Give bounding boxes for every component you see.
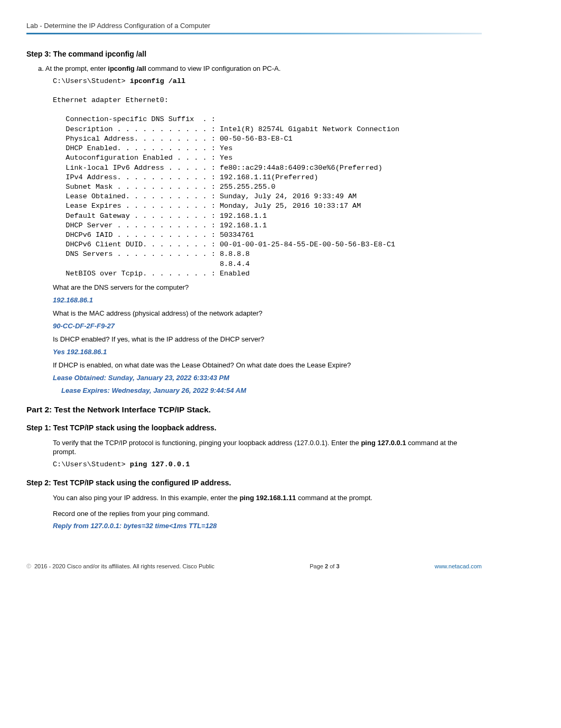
footer-link[interactable]: www.netacad.com — [435, 563, 482, 570]
p2-step2-body2: Record one of the replies from your ping… — [53, 509, 482, 519]
cmd-prompt: C:\Users\Student> — [53, 77, 130, 85]
p2s1-bold: ping 127.0.0.1 — [361, 439, 406, 447]
step3-item-a: a. At the prompt, enter ipconfig /all co… — [38, 64, 482, 73]
list-marker: a. — [38, 64, 45, 72]
answer-lease-obtained: Lease Obtained: Sunday, January 23, 2022… — [53, 373, 482, 383]
step3-item-a-bold: ipconfig /all — [108, 64, 146, 72]
footer-center: Page 2 of 3 — [310, 563, 339, 570]
page-header: Lab - Determine the IP Address Configura… — [26, 21, 482, 34]
answer-mac: 90-CC-DF-2F-F9-27 — [53, 321, 482, 331]
header-divider — [26, 33, 482, 34]
p2-step2-heading: Step 2: Test TCP/IP stack using the conf… — [26, 478, 482, 488]
answer-lease-expires: Lease Expires: Wednesday, January 26, 20… — [61, 386, 482, 395]
question-mac: What is the MAC address (physical addres… — [53, 309, 482, 318]
answer-ping-reply: Reply from 127.0.0.1: bytes=32 time<1ms … — [53, 521, 482, 531]
ping-loopback-command: C:\Users\Student> ping 127.0.0.1 — [53, 460, 482, 469]
answer-dhcp: Yes 192.168.86.1 — [53, 347, 482, 357]
question-dhcp: Is DHCP enabled? If yes, what is the IP … — [53, 335, 482, 344]
p2s2-text1: You can also ping your IP address. In th… — [53, 494, 239, 502]
copyright-icon: Ⓒ — [26, 563, 31, 569]
part2-heading: Part 2: Test the Network Interface TCP/I… — [26, 404, 482, 416]
step3-item-a-text1: At the prompt, enter — [45, 64, 108, 72]
answer-dns: 192.168.86.1 — [53, 296, 482, 305]
question-dns: What are the DNS servers for the compute… — [53, 283, 482, 292]
p2s1-text1: To verify that the TCP/IP protocol is fu… — [53, 439, 361, 447]
p2s2-bold: ping 192.168.1.11 — [239, 494, 296, 502]
step3-heading: Step 3: The command ipconfig /all — [26, 49, 482, 59]
p2-step1-heading: Step 1: Test TCP/IP stack using the loop… — [26, 423, 482, 433]
page-footer: Ⓒ 2016 - 2020 Cisco and/or its affiliate… — [26, 563, 482, 570]
footer-left-text: 2016 - 2020 Cisco and/or its affiliates.… — [34, 563, 214, 570]
cmd-text: ping 127.0.0.1 — [130, 460, 190, 468]
footer-left: Ⓒ 2016 - 2020 Cisco and/or its affiliate… — [26, 563, 214, 570]
cmd-text: ipconfig /all — [130, 77, 185, 85]
step3-item-a-text2: command to view IP configuration on PC-A… — [146, 64, 281, 72]
cmd-prompt: C:\Users\Student> — [53, 460, 130, 468]
page-label: Page — [310, 563, 325, 569]
page-title: Lab - Determine the IP Address Configura… — [26, 21, 482, 31]
question-lease: If DHCP is enabled, on what date was the… — [53, 361, 482, 370]
page-total: 3 — [336, 563, 339, 569]
p2-step1-body: To verify that the TCP/IP protocol is fu… — [53, 438, 482, 457]
output-block: Connection-specific DNS Suffix . : Descr… — [53, 115, 482, 279]
ipconfig-command-line: C:\Users\Student> ipconfig /all — [53, 77, 482, 86]
ethernet-adapter-header: Ethernet adapter Ethernet0: — [53, 96, 482, 105]
page-of: of — [328, 563, 336, 569]
p2-step2-body1: You can also ping your IP address. In th… — [53, 493, 482, 503]
p2s2-text2: command at the prompt. — [296, 494, 372, 502]
